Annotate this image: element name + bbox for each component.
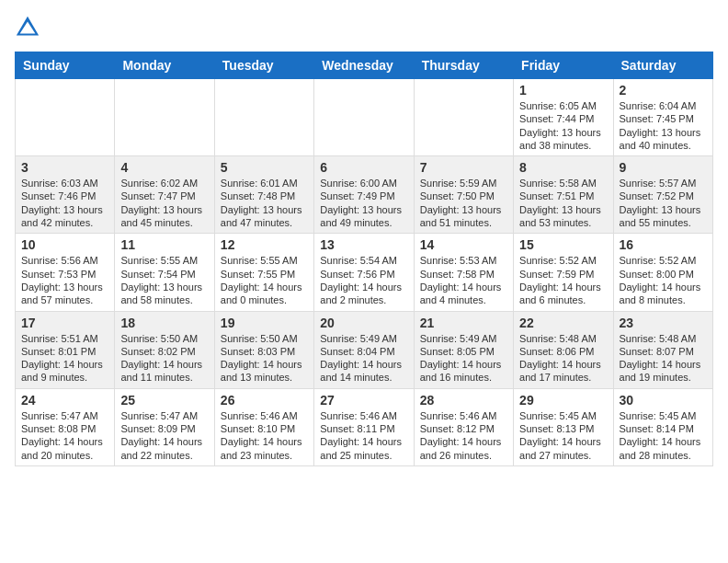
day-info: Sunrise: 6:01 AM (221, 177, 308, 190)
day-number: 12 (221, 237, 308, 252)
day-number: 13 (320, 237, 407, 252)
day-info: Sunrise: 5:55 AM (120, 254, 208, 267)
day-info: Daylight: 14 hours (420, 435, 507, 448)
day-number: 2 (620, 83, 707, 98)
day-info: Sunset: 7:47 PM (120, 190, 208, 202)
day-info: Sunrise: 5:45 AM (519, 409, 607, 422)
day-number: 26 (221, 393, 308, 408)
day-info: Sunset: 7:48 PM (221, 190, 308, 202)
day-info: Sunset: 7:44 PM (519, 112, 607, 125)
day-info: Sunset: 8:09 PM (120, 422, 208, 435)
day-info: and 20 minutes. (21, 449, 108, 462)
day-info: Sunset: 7:50 PM (420, 190, 507, 202)
calendar-cell: 13Sunrise: 5:54 AMSunset: 7:56 PMDayligh… (314, 234, 414, 311)
day-info: Sunset: 7:53 PM (21, 268, 108, 281)
day-info: Daylight: 13 hours (120, 203, 208, 216)
day-info: Sunrise: 5:50 AM (120, 332, 208, 345)
calendar-cell: 26Sunrise: 5:46 AMSunset: 8:10 PMDayligh… (214, 388, 313, 465)
calendar-cell: 11Sunrise: 5:55 AMSunset: 7:54 PMDayligh… (115, 234, 214, 311)
calendar-week-row: 24Sunrise: 5:47 AMSunset: 8:08 PMDayligh… (16, 388, 713, 465)
day-info: Daylight: 13 hours (519, 126, 607, 139)
day-info: Sunrise: 6:04 AM (620, 99, 707, 112)
day-info: Daylight: 14 hours (21, 358, 108, 371)
page-header (15, 15, 713, 40)
day-info: Sunrise: 5:59 AM (420, 177, 507, 190)
calendar-week-row: 3Sunrise: 6:03 AMSunset: 7:46 PMDaylight… (16, 156, 713, 234)
day-info: Sunset: 8:04 PM (320, 345, 407, 358)
calendar-cell: 23Sunrise: 5:48 AMSunset: 8:07 PMDayligh… (613, 311, 712, 388)
day-number: 1 (519, 83, 607, 98)
day-info: Sunrise: 5:53 AM (420, 254, 507, 267)
day-number: 19 (221, 316, 308, 330)
day-info: and 16 minutes. (420, 371, 507, 384)
day-info: Sunrise: 5:52 AM (519, 254, 607, 267)
day-info: Sunset: 8:01 PM (21, 345, 108, 358)
day-info: Daylight: 14 hours (221, 358, 308, 371)
day-info: and 55 minutes. (620, 216, 707, 229)
calendar-week-row: 17Sunrise: 5:51 AMSunset: 8:01 PMDayligh… (16, 311, 713, 388)
day-info: Daylight: 13 hours (420, 203, 507, 216)
day-info: Daylight: 14 hours (420, 281, 507, 293)
day-info: Sunrise: 6:00 AM (320, 177, 407, 190)
day-info: Sunrise: 5:55 AM (221, 254, 308, 267)
day-info: and 25 minutes. (320, 449, 407, 462)
day-info: Sunrise: 5:46 AM (221, 409, 308, 422)
day-info: Sunset: 8:10 PM (221, 422, 308, 435)
day-info: Sunset: 8:12 PM (420, 422, 507, 435)
logo (15, 15, 44, 40)
day-number: 25 (120, 393, 208, 408)
day-info: Sunset: 7:52 PM (620, 190, 707, 202)
day-info: and 13 minutes. (221, 371, 308, 384)
day-info: Sunset: 8:11 PM (320, 422, 407, 435)
day-info: and 47 minutes. (221, 216, 308, 229)
calendar-cell: 29Sunrise: 5:45 AMSunset: 8:13 PMDayligh… (514, 388, 613, 465)
calendar-cell: 16Sunrise: 5:52 AMSunset: 8:00 PMDayligh… (613, 234, 712, 311)
day-info: Sunrise: 5:51 AM (21, 332, 108, 345)
day-info: Daylight: 14 hours (320, 358, 407, 371)
day-info: and 57 minutes. (21, 293, 108, 306)
day-info: Sunrise: 5:47 AM (120, 409, 208, 422)
day-info: Sunset: 7:54 PM (120, 268, 208, 281)
day-info: Daylight: 14 hours (120, 435, 208, 448)
day-info: Sunset: 8:05 PM (420, 345, 507, 358)
day-info: and 8 minutes. (620, 293, 707, 306)
day-number: 9 (620, 160, 707, 175)
day-info: and 28 minutes. (620, 449, 707, 462)
day-info: Sunset: 8:08 PM (21, 422, 108, 435)
day-info: Sunrise: 5:49 AM (320, 332, 407, 345)
calendar-cell: 25Sunrise: 5:47 AMSunset: 8:09 PMDayligh… (115, 388, 214, 465)
calendar-header-wednesday: Wednesday (314, 52, 414, 79)
calendar-cell: 6Sunrise: 6:00 AMSunset: 7:49 PMDaylight… (314, 156, 414, 234)
day-info: and 22 minutes. (120, 449, 208, 462)
day-number: 14 (420, 237, 507, 252)
day-info: Sunrise: 5:46 AM (420, 409, 507, 422)
calendar-header-row: SundayMondayTuesdayWednesdayThursdayFrid… (16, 52, 713, 79)
calendar-cell: 1Sunrise: 6:05 AMSunset: 7:44 PMDaylight… (514, 79, 613, 156)
day-info: and 2 minutes. (320, 293, 407, 306)
day-info: and 49 minutes. (320, 216, 407, 229)
logo-icon (15, 15, 40, 40)
day-info: and 4 minutes. (420, 293, 507, 306)
calendar-cell: 18Sunrise: 5:50 AMSunset: 8:02 PMDayligh… (115, 311, 214, 388)
calendar-cell: 28Sunrise: 5:46 AMSunset: 8:12 PMDayligh… (414, 388, 513, 465)
day-info: Sunset: 8:06 PM (519, 345, 607, 358)
day-number: 20 (320, 316, 407, 330)
day-number: 29 (519, 393, 607, 408)
calendar-week-row: 10Sunrise: 5:56 AMSunset: 7:53 PMDayligh… (16, 234, 713, 311)
day-info: Daylight: 14 hours (21, 435, 108, 448)
day-info: Daylight: 13 hours (620, 203, 707, 216)
day-info: Daylight: 13 hours (620, 126, 707, 139)
day-info: Sunrise: 5:46 AM (320, 409, 407, 422)
calendar-cell: 17Sunrise: 5:51 AMSunset: 8:01 PMDayligh… (16, 311, 115, 388)
day-number: 7 (420, 160, 507, 175)
day-info: Sunset: 8:02 PM (120, 345, 208, 358)
day-info: and 38 minutes. (519, 139, 607, 152)
calendar-cell (214, 79, 313, 156)
day-info: Daylight: 14 hours (221, 281, 308, 293)
day-info: Sunset: 7:59 PM (519, 268, 607, 281)
calendar-cell: 30Sunrise: 5:45 AMSunset: 8:14 PMDayligh… (613, 388, 712, 465)
day-number: 3 (21, 160, 108, 175)
day-number: 15 (519, 237, 607, 252)
day-info: Sunrise: 5:50 AM (221, 332, 308, 345)
day-info: and 6 minutes. (519, 293, 607, 306)
